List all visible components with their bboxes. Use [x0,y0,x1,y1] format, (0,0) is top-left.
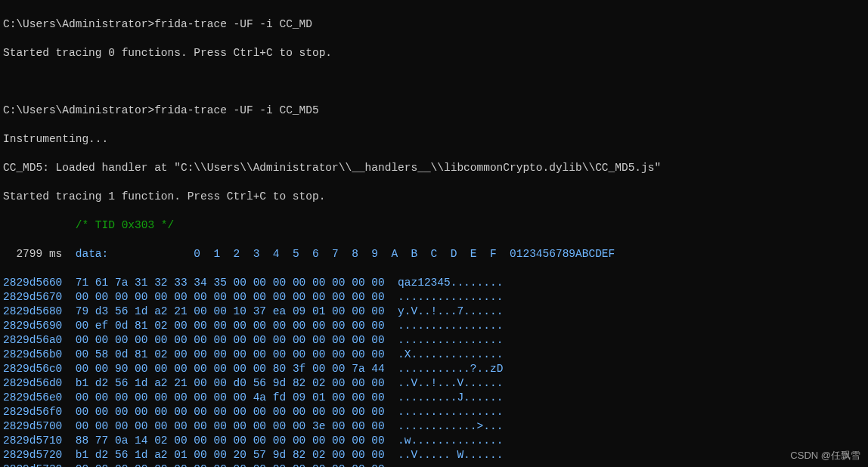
hex-dump-row: 2829d56f0 00 00 00 00 00 00 00 00 00 00 … [3,405,865,419]
hex-dump-row: 2829d56e0 00 00 00 00 00 00 00 00 00 4a … [3,391,865,405]
hex-dump-row: 2829d56d0 b1 d2 56 1d a2 21 00 00 d0 56 … [3,376,865,391]
output-line: Started tracing 1 function. Press Ctrl+C… [3,190,865,204]
hex-dump-row: 2829d5660 71 61 7a 31 32 33 34 35 00 00 … [3,276,865,290]
hex-bytes: 00 00 00 00 00 00 00 00 00 00 00 00 00 0… [62,406,384,418]
hex-address: 2829d5700 [3,420,62,432]
hex-ascii: .w.............. [385,435,504,447]
hex-address: 2829d5730 [3,463,62,467]
hex-ascii: ...........?..zD [385,363,504,375]
hex-ascii: ..V..... W...... [385,449,504,461]
data-label: data: [62,248,108,260]
hex-address: 2829d56a0 [3,334,62,346]
hex-ascii: ................ [385,334,504,346]
hex-dump-row: 2829d5690 00 ef 0d 81 02 00 00 00 00 00 … [3,319,865,333]
prompt-path: C:\Users\Administrator> [3,104,154,116]
hex-bytes: b1 d2 56 1d a2 01 00 00 20 57 9d 82 02 0… [62,449,384,461]
hex-bytes: 00 00 90 00 00 00 00 00 00 00 80 3f 00 0… [62,363,384,375]
hex-ascii: ..V..!...V...... [385,377,504,389]
hex-dump-row: 2829d5720 b1 d2 56 1d a2 01 00 00 20 57 … [3,448,865,462]
hex-bytes: 79 d3 56 1d a2 21 00 00 10 37 ea 09 01 0… [62,305,384,317]
hex-address: 2829d56f0 [3,406,62,418]
hex-bytes: 00 00 00 00 00 00 00 00 00 00 00 00 00 0… [62,334,384,346]
hex-dump-row: 2829d56c0 00 00 90 00 00 00 00 00 00 00 … [3,362,865,376]
hex-bytes: 00 58 0d 81 02 00 00 00 00 00 00 00 00 0… [62,348,384,360]
hex-dump-row: 2829d5710 88 77 0a 14 02 00 00 00 00 00 … [3,434,865,448]
watermark-label: CSDN @任飘雪 [790,448,860,462]
hex-address: 2829d5720 [3,449,62,461]
tid-comment: /* TID 0x303 */ [3,218,865,233]
hex-bytes: 71 61 7a 31 32 33 34 35 00 00 00 00 00 0… [62,277,384,289]
hex-ascii: ................ [385,406,504,418]
hex-address: 2829d5690 [3,320,62,332]
hex-address: 2829d5660 [3,277,62,289]
hex-ascii: ................ [385,463,504,467]
hex-dump-row: 2829d5700 00 00 00 00 00 00 00 00 00 00 … [3,419,865,434]
hex-address: 2829d56e0 [3,391,62,404]
hex-ascii: .........J...... [385,391,504,404]
hex-ascii: ................ [385,320,504,332]
hex-bytes: 00 ef 0d 81 02 00 00 00 00 00 00 00 00 0… [62,320,384,332]
hex-address: 2829d5680 [3,305,62,317]
hex-ascii: y.V..!...7...... [385,305,504,317]
hex-bytes: 88 77 0a 14 02 00 00 00 00 00 00 00 00 0… [62,435,384,447]
hex-address: 2829d56d0 [3,377,62,389]
command-1: frida-trace -UF -i CC_MD [154,18,312,30]
output-line: Started tracing 0 functions. Press Ctrl+… [3,46,865,60]
hex-ascii: ................ [385,291,504,303]
hex-dump-row: 2829d56a0 00 00 00 00 00 00 00 00 00 00 … [3,333,865,348]
hex-address: 2829d56c0 [3,363,62,375]
hex-ascii: .X.............. [385,348,504,360]
hex-ascii: qaz12345........ [385,277,504,289]
command-2: frida-trace -UF -i CC_MD5 [154,104,319,116]
hex-dump-row: 2829d5680 79 d3 56 1d a2 21 00 00 10 37 … [3,305,865,319]
hex-ascii: ............>... [385,420,504,432]
terminal-output[interactable]: C:\Users\Administrator>frida-trace -UF -… [0,0,868,467]
hex-bytes: 00 00 00 00 00 00 00 00 00 4a fd 09 01 0… [62,391,384,404]
hex-dump-row: 2829d56b0 00 58 0d 81 02 00 00 00 00 00 … [3,348,865,362]
prompt-path: C:\Users\Administrator> [3,18,154,30]
hex-address: 2829d56b0 [3,348,62,360]
hex-address: 2829d5710 [3,435,62,447]
hex-dump-row: 2829d5730 00 00 00 00 00 00 00 00 00 00 … [3,462,865,467]
hex-bytes: 00 00 00 00 00 00 00 00 00 00 00 00 00 0… [62,291,384,303]
hex-dump-block-1: 2829d5660 71 61 7a 31 32 33 34 35 00 00 … [3,276,865,467]
timestamp: 2799 ms [3,248,62,260]
hex-address: 2829d5670 [3,291,62,303]
hex-bytes: b1 d2 56 1d a2 21 00 00 d0 56 9d 82 02 0… [62,377,384,389]
output-line: CC_MD5: Loaded handler at "C:\\Users\\Ad… [3,161,865,175]
hex-bytes: 00 00 00 00 00 00 00 00 00 00 00 00 3e 0… [62,420,384,432]
hex-bytes: 00 00 00 00 00 00 00 00 00 00 00 00 00 0… [62,463,384,467]
hex-dump-row: 2829d5670 00 00 00 00 00 00 00 00 00 00 … [3,290,865,305]
output-line: Instrumenting... [3,132,865,147]
hex-header: 0 1 2 3 4 5 6 7 8 9 A B C D E F 01234567… [108,248,615,260]
